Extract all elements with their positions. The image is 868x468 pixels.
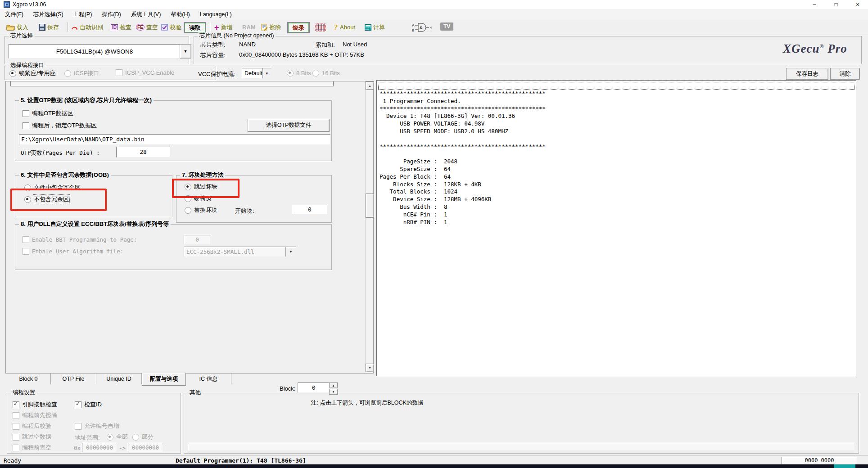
save-log-button[interactable]: 保存日志 [786,68,828,80]
menu-item-project[interactable]: 工程(P) [68,9,97,20]
close-button[interactable]: × [850,0,865,9]
desktop-strip [0,464,868,468]
tab-config-options[interactable]: 配置与选项 [142,373,186,386]
skip-blank-checkbox: 跳过空数据 [13,433,51,441]
radio-icon [132,434,139,441]
checkbox-icon [13,423,19,430]
id-icon: ID [111,24,118,30]
spinner-up-button[interactable]: ▲ [329,382,338,388]
save-button[interactable]: 保存 [39,20,59,35]
status-bar: Ready Default Programmer(1): T48 [TL866-… [0,455,868,465]
addr-all-radio: 全部 [107,433,128,441]
calc-button[interactable]: 计算 [365,20,385,35]
log-panel[interactable]: ****************************************… [376,80,856,376]
checkbox-icon [13,401,19,408]
tab-block0[interactable]: Block 0 [6,374,51,384]
log-caret-line [378,82,854,90]
replace-bad-block-radio[interactable]: 替换坏块 [185,206,217,214]
menu-item-language[interactable]: Language(L) [195,10,237,19]
maximize-button[interactable]: □ [828,0,844,9]
toolbar: 载入 保存 自动识别 ID 检查 FE 查空 校验 读取 + 新增 R [0,20,868,35]
vcc-current-select[interactable]: Default ▼ [242,68,271,79]
scrollbar-thumb[interactable] [366,194,374,218]
checkbox-icon [116,69,122,76]
verify-button[interactable]: 校验 [161,20,181,35]
other-group: 其他 注: 点击上下箭头，可浏览前后BLOCK的数据 [184,393,859,454]
start-block-input[interactable]: 0 [292,205,328,215]
calculator-icon [365,24,371,31]
socket-radio[interactable]: 锁紧座/专用座 [9,69,56,77]
minimize-button[interactable]: – [807,0,822,9]
check-id-checkbox[interactable]: 检查ID [75,400,102,409]
blank-before-checkbox: 编程前查空 [13,444,51,452]
checksum-label: 累加和: [316,41,335,49]
otp-pages-input[interactable]: 28 [116,147,170,158]
svg-text:A: A [412,23,415,27]
choose-otp-file-button[interactable]: 选择OTP数据文件 [248,119,330,132]
title-bar: Xgpro v13.06 – □ × [0,0,868,9]
prog-settings-group: 编程设置 引脚接触检查 检查ID 编程前先擦除 编程后校验 允许编号自增 跳过空… [7,393,181,454]
bbt-page-input: 0 [184,235,211,244]
bits8-radio: 8 Bits [287,70,311,76]
socket-tool-button[interactable] [315,20,326,35]
menu-item-system-tools[interactable]: 系统工具(V) [126,9,166,20]
status-ready: Ready [4,457,21,464]
checkbox-icon [23,236,29,243]
block-input[interactable]: 0 [298,382,330,393]
chip-select-combobox[interactable]: F50L1G41LB(x4) @WSON8 [9,44,181,58]
check-id-button[interactable]: ID 检查 [111,20,131,35]
interface-group-title: 选择编程接口 [9,62,46,69]
verify-after-checkbox: 编程后校验 [13,422,51,430]
chip-info-title: 芯片信息 (No Project opened) [198,32,276,39]
block-spinner: ▲ ▼ [329,382,337,393]
tab-otp-file[interactable]: OTP File [51,374,96,384]
tv-button[interactable]: TV [440,22,453,31]
status-programmer: Default Programmer(1): T48 [TL866-3G] [176,457,306,464]
menu-item-help[interactable]: 帮助(H) [166,9,194,20]
bits16-radio: 16 Bits [312,70,340,76]
verify-icon [161,24,168,31]
start-block-label: 开始块: [235,207,254,215]
menu-item-chip-select[interactable]: 芯片选择(S) [28,9,68,20]
prog-settings-title: 编程设置 [11,389,37,396]
chip-select-dropdown-button[interactable]: ▼ [180,44,191,58]
auto-detect-button[interactable]: 自动识别 [71,20,103,35]
checkbox-icon [23,248,29,255]
algorithm-file-select: ECC-256Bx2-SMALL.dll ▼ [184,247,296,257]
addr-arrow-label: -> [119,445,126,451]
about-button[interactable]: ? About [334,20,355,35]
erase-icon [261,24,267,31]
radio-icon [312,70,319,76]
chip-select-group: 芯片选择 F50L1G41LB(x4) @WSON8 ▼ [5,36,189,64]
menu-item-file[interactable]: 文件(F) [0,9,28,20]
addr-part-radio: 部分 [132,433,154,441]
hex-prefix-label: 0x [74,445,81,451]
app-window: Xgpro v13.06 – □ × 文件(F) 芯片选择(S) 工程(P) 操… [0,0,868,468]
blank-check-button[interactable]: FE 查空 [136,20,158,35]
logic-gate-button[interactable]: AB&Y [412,20,434,35]
tab-ic-info[interactable]: IC 信息 [186,374,231,384]
menu-item-operation[interactable]: 操作(D) [97,9,126,20]
pin-check-checkbox[interactable]: 引脚接触检查 [13,400,57,409]
progress-bar [188,443,855,451]
capacity-value: 0x00_08400000 Bytes 135168 KB + OTP: 57K… [239,51,364,58]
interface-group: 选择编程接口 锁紧座/专用座 ICSP接口 ICSP_VCC Enable [5,66,216,80]
read-button[interactable]: 读取 [184,22,206,33]
settings-scrollbar[interactable]: ▲ ▼ [365,81,373,372]
desktop-strip-accent [834,464,855,468]
lock-otp-checkbox[interactable]: 编程后，锁定OTP数据区 [23,122,97,130]
settings-panel: 5. 设置OTP数据 (该区域内容,芯片只允许编程一次) 编程OTP数据区 编程… [5,81,374,374]
clear-log-button[interactable]: 清除 [830,68,860,80]
svg-text:B: B [412,28,414,32]
program-button[interactable]: 烧录 [287,22,310,33]
scrollbar-up-arrow[interactable]: ▲ [366,81,374,90]
bad-block-section-title: 7. 坏块处理方法 [180,171,225,178]
otp-file-path-input[interactable]: F:\Xgpro\UserData\NAND\OTP_data.bin [19,134,330,145]
tab-unique-id[interactable]: Unique ID [96,374,142,384]
scrollbar-down-arrow[interactable]: ▼ [366,364,374,372]
checkbox-icon [23,110,29,117]
program-otp-checkbox[interactable]: 编程OTP数据区 [23,109,73,117]
status-counter: 0000 0000 [782,457,857,464]
radio-icon [9,70,16,77]
icsp-vcc-checkbox: ICSP_VCC Enable [116,69,174,76]
